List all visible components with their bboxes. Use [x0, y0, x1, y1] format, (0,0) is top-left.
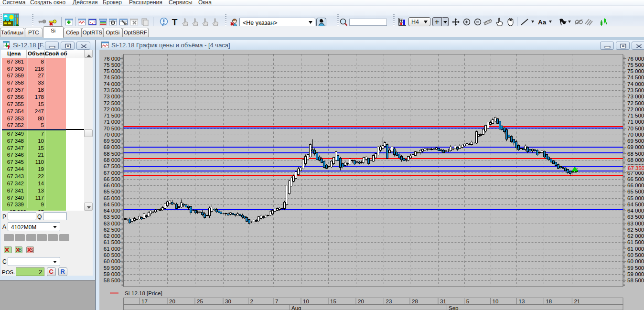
svg-text:64 000: 64 000 — [627, 208, 644, 214]
svg-text:74 500: 74 500 — [104, 75, 120, 80]
svg-text:72 000: 72 000 — [627, 107, 644, 112]
svg-text:68 000: 68 000 — [104, 157, 120, 163]
svg-text:20: 20 — [358, 299, 364, 304]
svg-text:67 500: 67 500 — [104, 163, 120, 169]
svg-text:64 000: 64 000 — [104, 208, 120, 214]
svg-text:7: 7 — [275, 299, 278, 304]
svg-text:66 000: 66 000 — [104, 182, 120, 188]
svg-text:59 000: 59 000 — [627, 271, 644, 277]
svg-text:25: 25 — [197, 299, 203, 304]
svg-text:18: 18 — [546, 299, 552, 304]
svg-text:30: 30 — [225, 299, 231, 304]
svg-text:71 500: 71 500 — [627, 113, 644, 118]
svg-text:75 000: 75 000 — [104, 68, 120, 74]
svg-text:74 000: 74 000 — [627, 81, 644, 87]
svg-text:67 350: 67 350 — [628, 165, 644, 171]
svg-text:59 500: 59 500 — [627, 265, 644, 271]
svg-text:65 000: 65 000 — [627, 195, 644, 201]
svg-text:61 500: 61 500 — [627, 239, 644, 245]
svg-text:72 500: 72 500 — [104, 100, 120, 106]
svg-text:69 500: 69 500 — [627, 138, 644, 144]
svg-text:60 500: 60 500 — [627, 252, 644, 258]
svg-text:75 500: 75 500 — [104, 62, 120, 68]
svg-text:72 000: 72 000 — [104, 107, 120, 112]
svg-text:62 500: 62 500 — [627, 227, 644, 233]
svg-text:68 000: 68 000 — [627, 157, 644, 163]
svg-text:76 000: 76 000 — [104, 56, 120, 62]
svg-text:76 000: 76 000 — [627, 56, 644, 62]
svg-text:59 500: 59 500 — [104, 265, 120, 271]
svg-text:2: 2 — [250, 299, 253, 304]
svg-text:Si-12.18 [Price]: Si-12.18 [Price] — [125, 290, 162, 296]
svg-text:74 500: 74 500 — [627, 75, 644, 80]
svg-text:65 000: 65 000 — [104, 195, 120, 201]
svg-text:69 000: 69 000 — [627, 144, 644, 150]
svg-text:62 000: 62 000 — [627, 233, 644, 239]
svg-text:31: 31 — [440, 299, 446, 304]
svg-text:73 500: 73 500 — [104, 87, 120, 93]
svg-text:15: 15 — [330, 299, 336, 304]
svg-text:66 000: 66 000 — [627, 182, 644, 188]
svg-text:61 000: 61 000 — [627, 246, 644, 252]
svg-text:61 000: 61 000 — [104, 246, 120, 252]
svg-text:20: 20 — [169, 299, 175, 304]
svg-text:13: 13 — [519, 299, 525, 304]
svg-text:75 500: 75 500 — [627, 62, 644, 68]
svg-text:64 500: 64 500 — [104, 202, 120, 207]
svg-text:60 500: 60 500 — [104, 252, 120, 258]
svg-text:65 500: 65 500 — [627, 189, 644, 194]
svg-text:65 500: 65 500 — [104, 189, 120, 194]
svg-text:73 000: 73 000 — [627, 94, 644, 99]
svg-text:71 000: 71 000 — [627, 119, 644, 125]
svg-text:69 500: 69 500 — [104, 138, 120, 144]
svg-text:62 500: 62 500 — [104, 227, 120, 233]
svg-text:10: 10 — [493, 299, 499, 304]
svg-text:60 000: 60 000 — [104, 258, 120, 264]
svg-text:58 500: 58 500 — [104, 278, 120, 283]
svg-text:5: 5 — [466, 299, 469, 304]
svg-text:63 000: 63 000 — [627, 221, 644, 226]
svg-text:66 500: 66 500 — [104, 176, 120, 182]
svg-text:71 500: 71 500 — [104, 113, 120, 118]
svg-text:62 000: 62 000 — [104, 233, 120, 239]
svg-text:69 000: 69 000 — [104, 144, 120, 150]
svg-text:67 000: 67 000 — [104, 170, 120, 176]
svg-text:70 500: 70 500 — [104, 126, 120, 131]
svg-text:72 500: 72 500 — [627, 100, 644, 106]
svg-text:60 000: 60 000 — [627, 258, 644, 264]
svg-text:74 000: 74 000 — [104, 81, 120, 87]
svg-text:63 500: 63 500 — [104, 214, 120, 220]
svg-text:63 000: 63 000 — [104, 221, 120, 226]
svg-text:70 000: 70 000 — [627, 132, 644, 138]
svg-text:68 500: 68 500 — [627, 151, 644, 157]
svg-text:66 500: 66 500 — [627, 176, 644, 182]
svg-text:58 500: 58 500 — [627, 278, 644, 283]
svg-text:73 000: 73 000 — [104, 94, 120, 99]
svg-text:59 000: 59 000 — [104, 271, 120, 277]
svg-text:28: 28 — [412, 299, 418, 304]
svg-text:71 000: 71 000 — [104, 119, 120, 125]
svg-text:68 500: 68 500 — [104, 151, 120, 157]
svg-text:73 500: 73 500 — [627, 87, 644, 93]
svg-text:61 500: 61 500 — [104, 239, 120, 245]
svg-text:63 500: 63 500 — [627, 214, 644, 220]
svg-text:Sep: Sep — [449, 305, 458, 310]
svg-text:70 500: 70 500 — [627, 126, 644, 131]
svg-text:17: 17 — [141, 299, 148, 304]
svg-text:75 000: 75 000 — [627, 68, 644, 74]
svg-text:70 000: 70 000 — [104, 132, 120, 138]
svg-text:21: 21 — [574, 299, 580, 304]
svg-text:23: 23 — [386, 299, 392, 304]
svg-text:64 500: 64 500 — [627, 202, 644, 207]
svg-text:10: 10 — [303, 299, 309, 304]
svg-text:Aug: Aug — [291, 305, 301, 310]
